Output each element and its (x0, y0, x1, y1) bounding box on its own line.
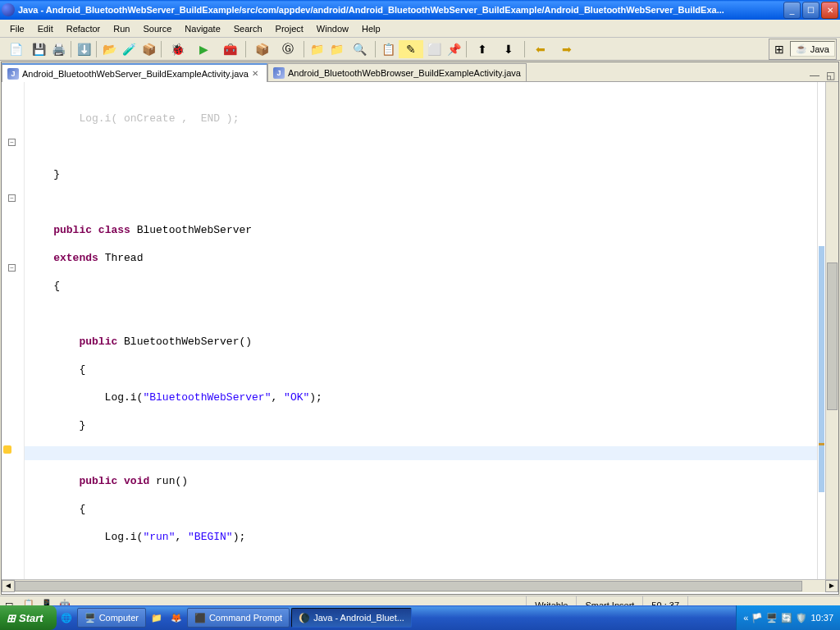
perspective-label: Java (810, 44, 829, 54)
minimize-button[interactable]: _ (783, 2, 801, 19)
warning-marker-icon[interactable] (3, 445, 11, 454)
computer-icon: 🖥️ (84, 613, 96, 623)
tray-clock[interactable]: 10:37 (810, 613, 833, 623)
fold-toggle[interactable]: − (8, 194, 16, 202)
code-line: } (28, 418, 817, 432)
fold-toggle[interactable]: − (8, 264, 16, 272)
title-bar: Java - Android_BluetoothWebServer_BuildE… (0, 0, 840, 20)
code-content[interactable]: Log.i( onCreate , END ); } public class … (25, 82, 817, 579)
forward-button[interactable]: ➡ (555, 40, 579, 58)
editor-gutter[interactable]: − − − (2, 82, 25, 579)
code-line: { (28, 502, 817, 516)
debug-button[interactable]: 🐞 (165, 40, 189, 58)
start-button[interactable]: ⊞ Start (0, 605, 57, 630)
code-line: public class BluetoothWebServer (28, 223, 817, 237)
close-button[interactable]: ✕ (821, 2, 838, 19)
tray-shield-icon[interactable]: 🛡️ (796, 613, 807, 623)
menu-help[interactable]: Help (355, 22, 387, 35)
overview-ruler[interactable] (817, 82, 825, 579)
code-editor[interactable]: − − − Log.i( onCreate , END ); } public … (2, 82, 838, 579)
pin-button[interactable]: 📌 (445, 40, 463, 58)
tray-update-icon[interactable]: 🔄 (781, 613, 792, 623)
back-button[interactable]: ⬅ (528, 40, 553, 58)
windows-logo-icon: ⊞ (7, 612, 16, 624)
new-package-button[interactable]: 📦 (249, 40, 274, 58)
editor-tab-inactive[interactable]: J Android_BluetoothWebBrowser_BuildExamp… (267, 63, 527, 81)
windows-taskbar: ⊞ Start 🌐 🖥️ Computer 📁 🦊 ⬛ Command Prom… (0, 605, 840, 630)
outline-button[interactable]: 📋 (379, 40, 397, 58)
cmd-icon: ⬛ (194, 613, 206, 623)
quicklaunch-firefox-icon[interactable]: 🦊 (167, 609, 185, 627)
highlight-button[interactable]: ✎ (399, 40, 423, 58)
code-line: } (28, 167, 817, 181)
overview-viewport (819, 246, 824, 492)
menu-window[interactable]: Window (310, 22, 355, 35)
scrollbar-thumb[interactable] (15, 581, 802, 591)
tray-network-icon[interactable]: 🖥️ (766, 613, 778, 623)
code-line: extends Thread (28, 251, 817, 265)
scroll-left-button[interactable]: ◄ (2, 580, 15, 592)
search-button[interactable]: 🔍 (347, 40, 372, 58)
taskbar-item-computer[interactable]: 🖥️ Computer (77, 608, 146, 628)
overview-warning-marker[interactable] (819, 443, 824, 445)
menu-navigate[interactable]: Navigate (178, 22, 226, 35)
open-task-button[interactable]: 📁 (327, 40, 345, 58)
menu-search[interactable]: Search (227, 22, 269, 35)
current-line-highlight (25, 446, 817, 460)
taskbar-item-cmd[interactable]: ⬛ Command Prompt (187, 608, 290, 628)
tray-flag-icon[interactable]: 🏳️ (751, 613, 763, 623)
scroll-right-button[interactable]: ► (825, 580, 838, 592)
editor-tab-active[interactable]: J Android_BluetoothWebServer_BuildExampl… (2, 63, 267, 82)
menu-edit[interactable]: Edit (31, 22, 60, 35)
menu-run[interactable]: Run (107, 22, 136, 35)
open-type-button[interactable]: 📂 (100, 40, 118, 58)
code-line (28, 139, 817, 153)
tray-arrow-icon[interactable]: « (743, 613, 748, 623)
maximize-view-button[interactable]: ◱ (823, 70, 838, 81)
build-button[interactable]: 📦 (139, 40, 158, 58)
new-class-button[interactable]: Ⓖ (276, 40, 300, 58)
minimize-view-button[interactable]: — (806, 70, 823, 81)
prev-annotation-button[interactable]: ⬆ (470, 40, 495, 58)
horizontal-scrollbar[interactable]: ◄ ► (2, 579, 838, 592)
menu-project[interactable]: Project (269, 22, 310, 35)
fold-toggle[interactable]: − (8, 139, 16, 146)
junit-button[interactable]: 🧪 (120, 40, 138, 58)
sdk-manager-button[interactable]: ⬇️ (75, 40, 93, 58)
menu-source[interactable]: Source (136, 22, 178, 35)
code-line: { (28, 363, 817, 377)
code-line: Log.i("BluetoothWebServer", "OK"); (28, 390, 817, 404)
menu-bar: File Edit Refactor Run Source Navigate S… (0, 20, 840, 38)
code-line: Log.i( onCreate , END ); (28, 112, 817, 126)
quicklaunch-ie-icon[interactable]: 🌐 (57, 609, 75, 627)
vertical-scrollbar[interactable] (825, 82, 838, 579)
next-annotation-button[interactable]: ⬇ (496, 40, 521, 58)
save-all-button[interactable]: 🖨️ (49, 40, 67, 58)
editor-area: J Android_BluetoothWebServer_BuildExampl… (1, 62, 839, 595)
java-file-icon: J (273, 67, 285, 79)
close-tab-icon[interactable]: ✕ (252, 69, 262, 79)
maximize-button[interactable]: ☐ (802, 2, 819, 19)
scrollbar-thumb[interactable] (827, 262, 838, 410)
quicklaunch-folder-icon[interactable]: 📁 (148, 609, 166, 627)
java-file-icon: J (7, 68, 19, 80)
menu-file[interactable]: File (3, 22, 31, 35)
run-button[interactable]: ▶ (191, 40, 216, 58)
external-tools-button[interactable]: 🧰 (217, 40, 242, 58)
menu-refactor[interactable]: Refactor (60, 22, 107, 35)
code-line: Log.i("run", "BEGIN"); (28, 530, 817, 544)
code-line: public BluetoothWebServer() (28, 335, 817, 349)
code-line (28, 307, 817, 321)
new-button[interactable]: 📄 (3, 40, 28, 58)
code-line (28, 558, 817, 572)
taskbar-item-eclipse[interactable]: 🌘 Java - Android_Bluet... (291, 608, 412, 628)
save-button[interactable]: 💾 (30, 40, 48, 58)
open-button[interactable]: 📁 (308, 40, 326, 58)
open-perspective-button[interactable]: ⊞ (770, 40, 788, 58)
system-tray[interactable]: « 🏳️ 🖥️ 🔄 🛡️ 10:37 (736, 605, 840, 630)
start-label: Start (19, 612, 43, 624)
taskbar-item-label: Computer (99, 613, 139, 623)
toggle-button[interactable]: ⬜ (425, 40, 443, 58)
java-perspective-button[interactable]: ☕ Java (790, 41, 835, 57)
java-perspective-icon: ☕ (796, 43, 807, 54)
